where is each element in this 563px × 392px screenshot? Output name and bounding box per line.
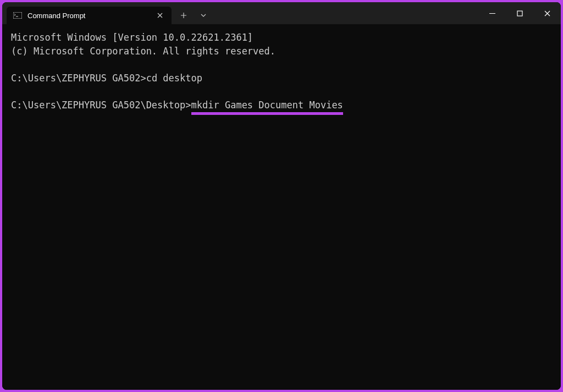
tab-dropdown-button[interactable] bbox=[194, 7, 213, 24]
terminal-output-line: Microsoft Windows [Version 10.0.22621.23… bbox=[11, 31, 552, 45]
window-controls bbox=[478, 2, 561, 24]
terminal-window: Command Prompt bbox=[2, 2, 561, 390]
minimize-button[interactable] bbox=[478, 2, 506, 24]
terminal-prompt: C:\Users\ZEPHYRUS GA502\Desktop> bbox=[11, 98, 191, 112]
svg-rect-7 bbox=[517, 11, 522, 16]
terminal-command: mkdir Games Document Movies bbox=[191, 98, 343, 112]
terminal-command-line: C:\Users\ZEPHYRUS GA502>cd desktop bbox=[11, 71, 552, 85]
titlebar-spacer[interactable] bbox=[213, 2, 478, 24]
terminal-output-line: (c) Microsoft Corporation. All rights re… bbox=[11, 45, 552, 58]
highlight-underline bbox=[191, 112, 343, 115]
titlebar: Command Prompt bbox=[2, 2, 561, 24]
maximize-button[interactable] bbox=[506, 2, 533, 24]
terminal-body[interactable]: Microsoft Windows [Version 10.0.22621.23… bbox=[2, 24, 561, 390]
cmd-icon bbox=[13, 11, 22, 20]
new-tab-button[interactable] bbox=[174, 7, 194, 24]
tab-active[interactable]: Command Prompt bbox=[7, 7, 172, 24]
terminal-blank-line bbox=[11, 85, 552, 99]
close-window-button[interactable] bbox=[533, 2, 561, 24]
tab-title: Command Prompt bbox=[27, 12, 150, 20]
terminal-blank-line bbox=[11, 58, 552, 71]
tab-close-button[interactable] bbox=[155, 10, 165, 20]
terminal-command-line: C:\Users\ZEPHYRUS GA502\Desktop>mkdir Ga… bbox=[11, 98, 552, 112]
terminal-command: cd desktop bbox=[146, 73, 202, 84]
terminal-prompt: C:\Users\ZEPHYRUS GA502> bbox=[11, 73, 146, 84]
tab-actions bbox=[174, 7, 213, 24]
